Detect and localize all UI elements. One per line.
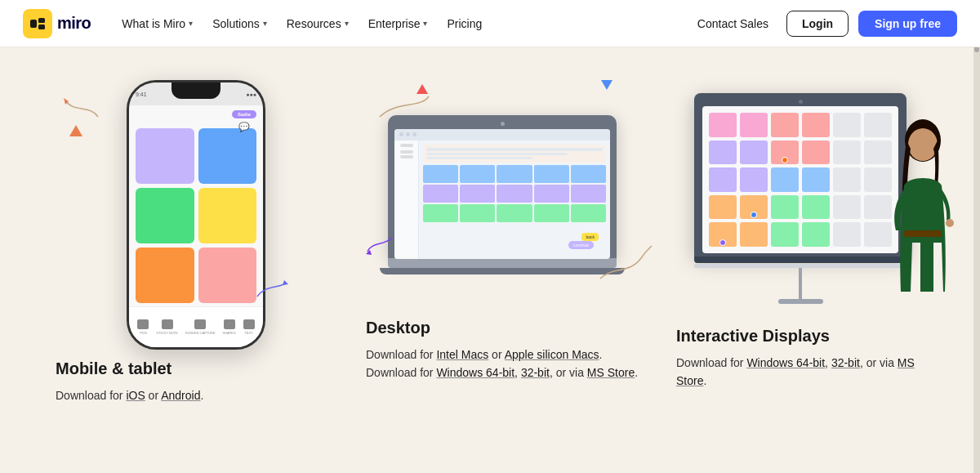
svg-point-9 — [946, 219, 954, 227]
svg-rect-1 — [38, 18, 45, 23]
mobile-desc: Download for iOS or Android. — [56, 386, 203, 404]
phone-device: 9:41 ●●● Sadie 💬 — [127, 80, 265, 350]
intel-macs-link[interactable]: Intel Macs — [436, 348, 488, 361]
windows-32bit-link-display[interactable]: 32-bit — [831, 356, 860, 369]
laptop-dot-1 — [399, 132, 403, 136]
display-stand-neck — [799, 268, 802, 299]
mobile-desc-prefix: Download for — [56, 389, 126, 402]
windows-64bit-link-display[interactable]: Windows 64-bit — [746, 356, 825, 369]
phone-toolbar: PEN STICKY NOTE SCREEN CAPTURE — [129, 306, 263, 347]
svg-marker-4 — [283, 280, 288, 285]
svg-rect-8 — [904, 230, 942, 237]
svg-marker-5 — [366, 250, 372, 255]
desktop-column: back continue — [359, 80, 653, 404]
arrow-decoration-laptop — [363, 234, 396, 258]
laptop-sticker-1: back — [581, 233, 599, 241]
phone-tool-2: STICKY NOTE — [156, 319, 178, 335]
phone-tile-blue — [198, 128, 257, 184]
mobile-text: Mobile & tablet Download for iOS or Andr… — [49, 359, 210, 404]
laptop-base — [388, 258, 617, 268]
signup-button[interactable]: Sign up free — [858, 11, 957, 37]
displays-desc: Download for Windows 64-bit, 32-bit, or … — [676, 354, 924, 390]
phone-notch — [172, 83, 220, 99]
mobile-tablet-column: 9:41 ●●● Sadie 💬 — [49, 80, 343, 404]
laptop-topbar — [394, 129, 610, 141]
phone-tool-5: TEXT — [243, 319, 255, 335]
ms-store-link-desktop[interactable]: MS Store — [587, 366, 635, 379]
nav-item-solutions[interactable]: Solutions ▾ — [204, 12, 275, 35]
display-screen — [702, 106, 898, 253]
phone-tile-purple — [136, 128, 194, 184]
desktop-image-area: back continue — [359, 80, 653, 309]
display-frame — [694, 93, 906, 257]
phone-tile-orange — [136, 248, 194, 303]
triangle-decoration-blue — [601, 80, 612, 90]
ios-link[interactable]: iOS — [126, 389, 145, 402]
android-link[interactable]: Android — [161, 389, 200, 402]
nav-item-enterprise[interactable]: Enterprise ▾ — [360, 12, 436, 35]
login-button[interactable]: Login — [786, 11, 849, 37]
displays-image-area — [670, 80, 931, 317]
phone-tile-green — [136, 188, 194, 243]
mobile-title: Mobile & tablet — [56, 359, 203, 378]
display-stand-base — [778, 299, 823, 304]
display-bottom-bar — [694, 257, 906, 263]
logo-text: miro — [57, 14, 91, 33]
desktop-title: Desktop — [366, 319, 647, 337]
displays-title: Interactive Displays — [676, 327, 924, 346]
squiggle-decoration — [57, 88, 106, 121]
chevron-down-icon: ▾ — [189, 19, 193, 28]
svg-point-7 — [908, 128, 938, 161]
laptop-main-area: back continue — [419, 141, 610, 259]
display-device — [694, 93, 906, 304]
displays-text: Interactive Displays Download for Window… — [670, 327, 931, 390]
chevron-down-icon: ▾ — [345, 19, 349, 28]
person-silhouette — [878, 104, 968, 316]
phone-emoji-reaction: 💬 — [238, 122, 250, 132]
scrollbar[interactable] — [973, 0, 980, 473]
laptop-camera — [501, 122, 505, 126]
laptop-dot-2 — [406, 132, 410, 136]
navigation: miro What is Miro ▾ Solutions ▾ Resource… — [0, 0, 980, 47]
nav-item-pricing[interactable]: Pricing — [439, 12, 490, 35]
laptop-tiles-grid — [423, 165, 606, 222]
triangle-decoration-orange — [69, 125, 82, 136]
laptop-device: back continue — [388, 115, 625, 274]
svg-rect-2 — [38, 25, 45, 29]
desktop-desc: Download for Intel Macs or Apple silicon… — [366, 346, 647, 382]
phone-tile-peach — [198, 248, 257, 303]
laptop-screen-housing: back continue — [388, 115, 617, 258]
laptop-address-bar — [424, 132, 605, 137]
phone-tool-1: PEN — [137, 319, 149, 335]
windows-64bit-link-desktop[interactable]: Windows 64-bit — [436, 366, 514, 379]
laptop-foot — [380, 268, 625, 274]
phone-tiles-grid — [136, 128, 256, 303]
laptop-doc-preview — [423, 145, 606, 163]
nav-item-resources[interactable]: Resources ▾ — [278, 12, 357, 35]
windows-32bit-link-desktop[interactable]: 32-bit — [521, 366, 550, 379]
chevron-down-icon: ▾ — [423, 19, 427, 28]
apple-silicon-link[interactable]: Apple silicon Macs — [505, 348, 599, 361]
display-camera — [799, 100, 803, 104]
svg-marker-3 — [64, 98, 69, 105]
logo-icon — [23, 9, 52, 38]
nav-item-what-is-miro[interactable]: What is Miro ▾ — [114, 12, 201, 35]
nav-actions: Contact Sales Login Sign up free — [689, 11, 957, 37]
contact-sales-link[interactable]: Contact Sales — [689, 12, 777, 35]
laptop-dot-3 — [412, 132, 416, 136]
logo[interactable]: miro — [23, 9, 91, 38]
desktop-text: Desktop Download for Intel Macs or Apple… — [359, 319, 653, 382]
displays-column: Interactive Displays Download for Window… — [670, 80, 931, 404]
phone-sticker: Sadie — [232, 110, 256, 118]
phone-screen: 9:41 ●●● Sadie 💬 — [129, 83, 263, 347]
phone-canvas: Sadie 💬 — [129, 105, 263, 306]
svg-rect-0 — [30, 20, 37, 28]
laptop-screen: back continue — [394, 129, 610, 259]
squiggle-decoration-2 — [596, 242, 653, 283]
phone-frame: 9:41 ●●● Sadie 💬 — [127, 80, 265, 350]
phone-tool-4: SHAPES — [222, 319, 235, 335]
laptop-sidebar — [394, 141, 419, 259]
chevron-down-icon: ▾ — [263, 19, 267, 28]
mobile-image-area: 9:41 ●●● Sadie 💬 — [49, 80, 343, 350]
phone-tool-3: SCREEN CAPTURE — [185, 319, 216, 335]
